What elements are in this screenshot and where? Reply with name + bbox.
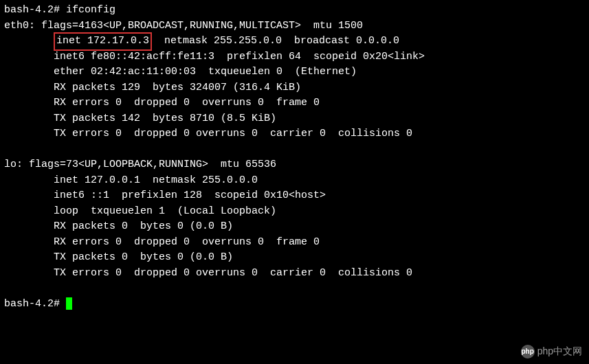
command-ifconfig: ifconfig (66, 4, 115, 16)
eth0-inet-line: inet 172.17.0.3 netmask 255.255.0.0 broa… (4, 34, 585, 49)
eth0-tx-errors: TX errors 0 dropped 0 overruns 0 carrier… (4, 126, 585, 142)
shell-prompt-2: bash-4.2# (4, 298, 66, 310)
lo-loop: loop txqueuelen 1 (Local Loopback) (4, 204, 585, 220)
prompt-line-2[interactable]: bash-4.2# (4, 297, 585, 312)
eth0-header: eth0: flags=4163<UP,BROADCAST,RUNNING,MU… (4, 19, 585, 34)
lo-rx-packets: RX packets 0 bytes 0 (0.0 B) (4, 219, 585, 235)
watermark: php php中文网 (521, 344, 582, 359)
eth0-rx-packets: RX packets 129 bytes 324007 (316.4 KiB) (4, 80, 585, 96)
lo-tx-errors: TX errors 0 dropped 0 overruns 0 carrier… (4, 266, 585, 282)
eth0-rx-errors: RX errors 0 dropped 0 overruns 0 frame 0 (4, 95, 585, 111)
eth0-inet6: inet6 fe80::42:acff:fe11:3 prefixlen 64 … (4, 49, 585, 65)
blank-line-1 (4, 142, 585, 158)
lo-inet: inet 127.0.0.1 netmask 255.0.0.0 (4, 173, 585, 189)
lo-rx-errors: RX errors 0 dropped 0 overruns 0 frame 0 (4, 235, 585, 251)
shell-prompt: bash-4.2# (4, 4, 66, 16)
indent (4, 35, 54, 47)
lo-tx-packets: TX packets 0 bytes 0 (0.0 B) (4, 250, 585, 266)
eth0-ether: ether 02:42:ac:11:00:03 txqueuelen 0 (Et… (4, 65, 585, 80)
php-logo-icon: php (521, 345, 535, 359)
prompt-line-1[interactable]: bash-4.2# ifconfig (4, 3, 585, 19)
lo-header: lo: flags=73<UP,LOOPBACK,RUNNING> mtu 65… (4, 157, 585, 173)
lo-inet6: inet6 ::1 prefixlen 128 scopeid 0x10<hos… (4, 188, 585, 204)
ip-highlight-box: inet 172.17.0.3 (54, 32, 152, 51)
eth0-tx-packets: TX packets 142 bytes 8710 (8.5 KiB) (4, 111, 585, 127)
eth0-inet-ip: inet 172.17.0.3 (56, 35, 149, 47)
cursor-icon (66, 297, 72, 310)
watermark-text: php中文网 (537, 344, 582, 359)
blank-line-2 (4, 281, 585, 297)
eth0-inet-rest: netmask 255.255.0.0 broadcast 0.0.0.0 (152, 35, 399, 47)
